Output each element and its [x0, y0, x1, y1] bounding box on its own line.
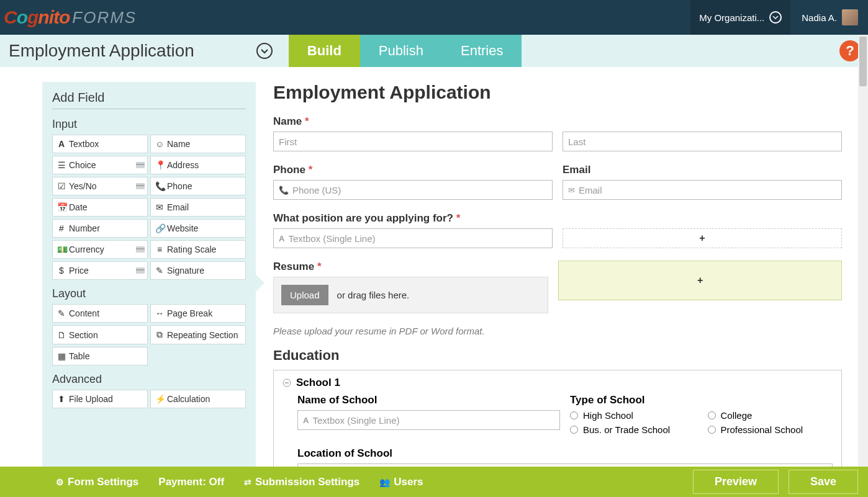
name-label: Name *: [273, 115, 553, 128]
gear-icon: ⚙: [56, 477, 64, 487]
field-price[interactable]: $Price: [52, 261, 148, 280]
org-label: My Organizati...: [699, 12, 764, 23]
mail-icon: ✉: [568, 186, 575, 195]
card-icon: [136, 246, 145, 253]
form-heading: Employment Application: [273, 82, 842, 103]
text-icon: A: [57, 139, 66, 149]
field-pagebreak[interactable]: ↔Page Break: [150, 304, 246, 323]
remove-icon[interactable]: [283, 378, 291, 387]
school-type-label: Type of School: [570, 394, 833, 406]
field-yesno[interactable]: ☑Yes/No: [52, 177, 148, 195]
education-heading: Education: [273, 347, 842, 364]
calendar-icon: 📅: [57, 202, 66, 212]
chevron-down-icon: [769, 11, 782, 24]
edit-icon: ✎: [57, 308, 66, 318]
smile-icon: ☺: [155, 139, 164, 149]
submission-settings-button[interactable]: ⇄Submission Settings: [244, 476, 359, 488]
logo-forms-text: FORMS: [72, 8, 137, 27]
payment-button[interactable]: Payment: Off: [158, 476, 224, 488]
avatar: [842, 9, 858, 25]
mail-icon: ✉: [155, 202, 164, 212]
resume-upload-box[interactable]: Upload or drag files here.: [273, 277, 548, 313]
bolt-icon: ⚡: [155, 394, 164, 404]
save-button[interactable]: Save: [789, 470, 858, 494]
phone-input[interactable]: 📞 Phone (US): [273, 180, 553, 200]
plus-icon: +: [699, 233, 705, 244]
field-fileupload[interactable]: ⬆File Upload: [52, 390, 148, 408]
form-dropdown-button[interactable]: [256, 43, 273, 59]
sidebar-add-field: Add Field Input ATextbox ☺Name ☰Choice 📍…: [42, 82, 256, 467]
field-choice[interactable]: ☰Choice: [52, 156, 148, 174]
address-line-1-input[interactable]: [297, 463, 833, 467]
phone-icon: 📞: [155, 181, 164, 191]
section-label-input: Input: [52, 118, 246, 131]
position-input[interactable]: A Textbox (Single Line): [273, 228, 553, 248]
check-icon: ☑: [57, 181, 66, 191]
phone-icon: 📞: [279, 186, 289, 195]
field-content[interactable]: ✎Content: [52, 304, 148, 323]
tab-build[interactable]: Build: [289, 35, 360, 67]
org-dropdown[interactable]: My Organizati...: [690, 0, 790, 35]
radio-professional[interactable]: Professional School: [708, 424, 833, 435]
radio-high-school[interactable]: High School: [570, 410, 695, 421]
school-name-input[interactable]: A Textbox (Single Line): [297, 410, 560, 430]
logo[interactable]: Cognito FORMS: [4, 7, 137, 28]
help-icon: ?: [846, 43, 854, 59]
field-section[interactable]: 🗋Section: [52, 325, 148, 344]
add-field-zone-small[interactable]: +: [563, 228, 842, 248]
field-repeating[interactable]: ⧉Repeating Section: [150, 325, 246, 344]
users-button[interactable]: 👥Users: [379, 476, 423, 488]
field-name[interactable]: ☺Name: [150, 135, 246, 153]
field-currency[interactable]: 💵Currency: [52, 240, 148, 259]
field-phone[interactable]: 📞Phone: [150, 177, 246, 195]
first-name-input[interactable]: [273, 132, 553, 151]
school-header: School 1: [283, 377, 833, 389]
preview-button[interactable]: Preview: [693, 470, 779, 494]
radio-college[interactable]: College: [708, 410, 833, 421]
field-website[interactable]: 🔗Website: [150, 219, 246, 238]
table-icon: ▦: [57, 351, 66, 361]
scrollbar[interactable]: [858, 35, 868, 467]
text-icon: A: [303, 416, 309, 425]
school-name-label: Name of School: [297, 394, 560, 406]
field-email[interactable]: ✉Email: [150, 198, 246, 217]
field-rating[interactable]: ≡Rating Scale: [150, 240, 246, 259]
text-icon: A: [279, 234, 284, 243]
radio-trade[interactable]: Bus. or Trade School: [570, 424, 695, 435]
resume-label: Resume *: [273, 261, 548, 273]
page-title: Employment Application: [9, 41, 194, 61]
field-date[interactable]: 📅Date: [52, 198, 148, 217]
upload-button[interactable]: Upload: [281, 285, 328, 305]
link-icon: 🔗: [155, 223, 164, 233]
field-table[interactable]: ▦Table: [52, 347, 148, 365]
pin-icon: 📍: [155, 160, 164, 170]
plus-icon: +: [697, 275, 703, 286]
last-name-input[interactable]: [563, 132, 842, 151]
users-icon: 👥: [379, 477, 390, 487]
card-icon: [136, 162, 145, 168]
field-address[interactable]: 📍Address: [150, 156, 246, 174]
upload-icon: ⬆: [57, 394, 66, 404]
drag-text: or drag files here.: [337, 290, 410, 300]
email-input[interactable]: ✉ Email: [563, 180, 842, 200]
copy-icon: ⧉: [155, 329, 164, 340]
slider-icon: ≡: [155, 244, 164, 254]
form-canvas: Employment Application Name * Phone * 📞 …: [273, 82, 842, 467]
field-calculation[interactable]: ⚡Calculation: [150, 390, 246, 408]
add-field-zone-large[interactable]: +: [558, 261, 842, 300]
tab-entries[interactable]: Entries: [442, 35, 522, 67]
field-number[interactable]: #Number: [52, 219, 148, 238]
resume-help-text: Please upload your resume in PDF or Word…: [273, 326, 842, 336]
form-settings-button[interactable]: ⚙Form Settings: [56, 476, 138, 488]
phone-label: Phone *: [273, 164, 553, 176]
help-button[interactable]: ?: [839, 40, 861, 61]
user-menu[interactable]: Nadia A.: [802, 9, 858, 25]
pencil-icon: ✎: [155, 266, 164, 275]
shuffle-icon: ⇄: [244, 477, 251, 487]
scrollbar-thumb[interactable]: [859, 37, 867, 86]
field-textbox[interactable]: ATextbox: [52, 135, 148, 153]
tab-publish[interactable]: Publish: [360, 35, 442, 67]
card-icon: [136, 183, 145, 189]
money-icon: 💵: [57, 244, 66, 254]
field-signature[interactable]: ✎Signature: [150, 261, 246, 280]
